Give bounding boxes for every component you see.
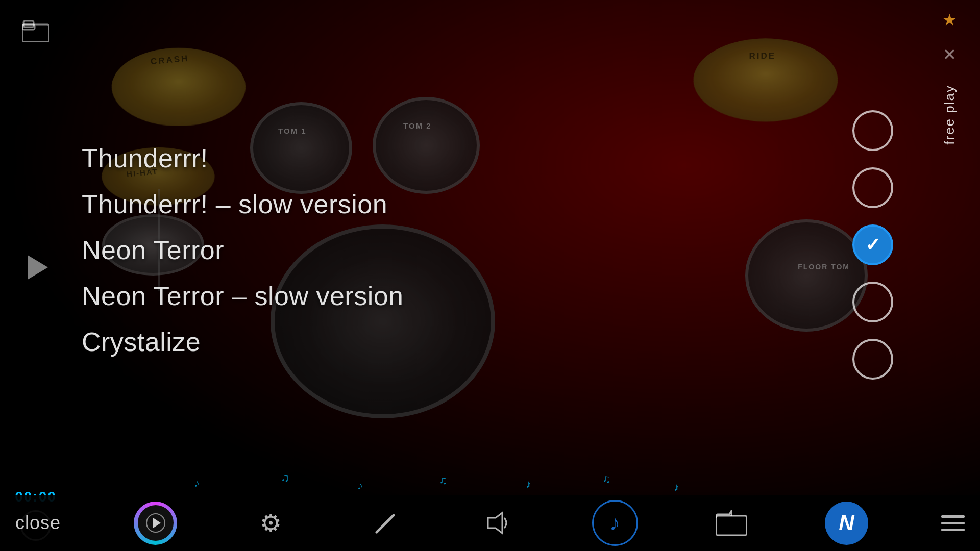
song-radio-1[interactable] <box>852 110 893 151</box>
play-free-inner <box>138 505 174 541</box>
stick-icon <box>369 508 400 538</box>
settings-button[interactable]: ⚙ <box>250 503 291 543</box>
svg-marker-4 <box>153 518 161 528</box>
svg-marker-6 <box>488 513 502 533</box>
free-play-label: free play <box>942 85 958 145</box>
n-brand-button[interactable]: N <box>825 502 868 545</box>
song-item-1[interactable]: Thunderrr! <box>82 143 827 173</box>
speaker-button[interactable] <box>478 503 519 543</box>
checkmark-icon: ✓ <box>865 234 880 256</box>
song-item-2[interactable]: Thunderrr! – slow version <box>82 189 827 219</box>
menu-line-3 <box>941 529 965 531</box>
menu-button[interactable] <box>941 515 965 531</box>
n-brand-icon: N <box>839 511 854 535</box>
song-radio-4[interactable] <box>852 282 893 322</box>
song-list: Thunderrr! Thunderrr! – slow version Neo… <box>71 0 827 551</box>
menu-line-2 <box>941 522 965 524</box>
speaker-icon <box>483 508 513 538</box>
song-radio-2[interactable] <box>852 167 893 208</box>
music-note-icon: ♪ <box>609 511 620 535</box>
close-x-icon[interactable]: ✕ <box>943 45 957 64</box>
star-icon: ★ <box>942 10 957 30</box>
play-button[interactable] <box>20 252 51 283</box>
song-radio-5[interactable] <box>852 339 893 380</box>
play-triangle-icon <box>28 255 48 280</box>
main-content: 00:00 Thunderrr! Thunderrr! – slow versi… <box>0 0 980 551</box>
folder-bottom-button[interactable] <box>711 503 752 543</box>
menu-line-1 <box>941 515 965 518</box>
svg-rect-7 <box>716 516 747 535</box>
folder-bottom-icon <box>716 510 747 536</box>
close-button[interactable]: close <box>15 512 61 534</box>
gear-icon: ⚙ <box>260 509 282 537</box>
song-item-5[interactable]: Crystalize <box>82 327 827 357</box>
far-right-panel: ★ ✕ free play <box>919 0 980 551</box>
song-radio-3[interactable]: ✓ <box>852 224 893 265</box>
song-selection-radios: ✓ <box>827 0 919 551</box>
folder-button[interactable] <box>20 15 51 46</box>
song-item-3[interactable]: Neon Terror <box>82 235 827 265</box>
play-free-button[interactable] <box>134 502 177 545</box>
sticks-button[interactable] <box>364 503 405 543</box>
svg-line-5 <box>377 515 394 532</box>
music-note-button[interactable]: ♪ <box>592 500 638 546</box>
left-sidebar: 00:00 <box>0 0 71 551</box>
bottom-bar: close ⚙ ♪ N <box>0 495 980 551</box>
song-item-4[interactable]: Neon Terror – slow version <box>82 281 827 311</box>
